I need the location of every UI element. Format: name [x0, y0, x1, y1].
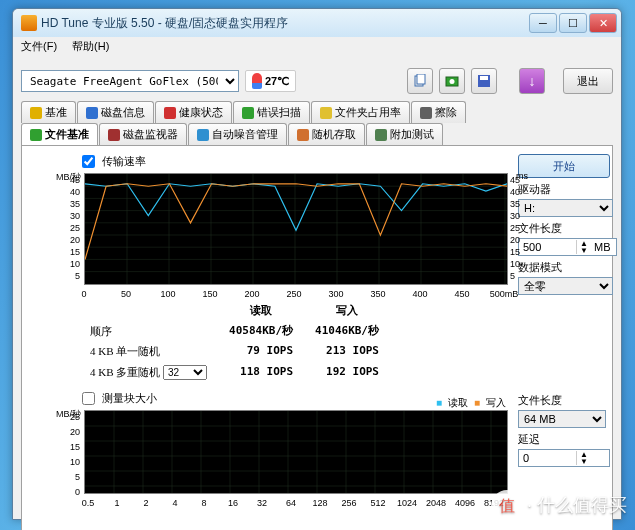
maximize-button[interactable]: ☐ [559, 13, 587, 33]
data-mode-select[interactable]: 全零 [518, 277, 613, 295]
drive-label: 驱动器 [518, 182, 613, 197]
tab-健康状态[interactable]: 健康状态 [155, 101, 232, 123]
svg-rect-1 [417, 74, 425, 84]
titlebar[interactable]: HD Tune 专业版 5.50 - 硬盘/固态硬盘实用程序 ─ ☐ ✕ [13, 9, 621, 37]
tab-附加测试[interactable]: 附加测试 [366, 123, 443, 145]
window-title: HD Tune 专业版 5.50 - 硬盘/固态硬盘实用程序 [41, 15, 529, 32]
delay-label: 延迟 [518, 432, 606, 447]
tab-自动噪音管理[interactable]: 自动噪音管理 [188, 123, 287, 145]
down-button[interactable]: ↓ [519, 68, 545, 94]
delay-spinner[interactable]: ▲▼ [518, 449, 610, 467]
file-length-label-2: 文件长度 [518, 393, 606, 408]
temp-value: 27℃ [265, 75, 289, 88]
results-table: 读取写入 顺序40584KB/秒41046KB/秒4 KB 单一随机79 IOP… [78, 299, 391, 383]
start-button[interactable]: 开始 [518, 154, 610, 178]
drive-select[interactable]: Seagate FreeAgent GoFlex (500 gB) [21, 70, 239, 92]
svg-point-3 [450, 79, 455, 84]
tab-擦除[interactable]: 擦除 [411, 101, 466, 123]
svg-rect-5 [480, 76, 488, 80]
multi-queue-select[interactable]: 32 [163, 365, 207, 380]
copy-button[interactable] [407, 68, 433, 94]
file-length-label: 文件长度 [518, 221, 613, 236]
tabs-row-2: 文件基准磁盘监视器自动噪音管理随机存取附加测试 [13, 123, 621, 145]
transfer-rate-chart [84, 173, 508, 285]
chart-legend: ■读取■写入 [430, 396, 506, 410]
data-mode-label: 数据模式 [518, 260, 613, 275]
minimize-button[interactable]: ─ [529, 13, 557, 33]
file-length-spinner[interactable]: ▲▼MB [518, 238, 617, 256]
menu-help[interactable]: 帮助(H) [72, 40, 109, 52]
tab-文件夹占用率[interactable]: 文件夹占用率 [311, 101, 410, 123]
tab-文件基准[interactable]: 文件基准 [21, 123, 98, 145]
tab-磁盘监视器[interactable]: 磁盘监视器 [99, 123, 187, 145]
close-button[interactable]: ✕ [589, 13, 617, 33]
tab-错误扫描[interactable]: 错误扫描 [233, 101, 310, 123]
tab-磁盘信息[interactable]: 磁盘信息 [77, 101, 154, 123]
menubar: 文件(F) 帮助(H) [13, 37, 621, 61]
block-size-chart [84, 410, 508, 494]
screenshot-button[interactable] [439, 68, 465, 94]
temperature-display: 27℃ [245, 70, 296, 92]
content-panel: 传输速率 MB/秒 ms 454035302520151054540353025… [21, 145, 613, 530]
tabs-row-1: 基准磁盘信息健康状态错误扫描文件夹占用率擦除 [13, 101, 621, 123]
toolbar: Seagate FreeAgent GoFlex (500 gB) 27℃ ↓ … [13, 61, 621, 101]
exit-button[interactable]: 退出 [563, 68, 613, 94]
menu-file[interactable]: 文件(F) [21, 40, 57, 52]
transfer-rate-checkbox[interactable]: 传输速率 [78, 152, 508, 171]
thermometer-icon [252, 73, 262, 89]
tab-随机存取[interactable]: 随机存取 [288, 123, 365, 145]
drive-letter-select[interactable]: H: [518, 199, 613, 217]
tab-基准[interactable]: 基准 [21, 101, 76, 123]
watermark: 值· 什么值得买 [491, 490, 627, 522]
save-button[interactable] [471, 68, 497, 94]
app-icon [21, 15, 37, 31]
file-length-select-2[interactable]: 64 MB [518, 410, 606, 428]
